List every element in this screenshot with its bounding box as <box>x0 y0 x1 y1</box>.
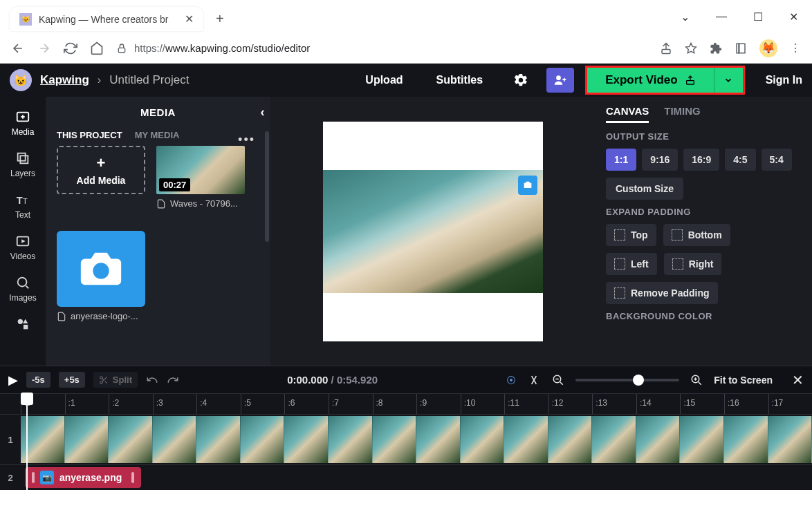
tool-elements[interactable] <box>0 310 46 339</box>
breadcrumb-separator: › <box>98 74 101 86</box>
home-icon[interactable] <box>90 41 104 55</box>
ruler-tick: :9 <box>416 394 461 414</box>
ruler-tick: :11 <box>504 394 548 414</box>
clip-handle-left[interactable] <box>32 472 35 483</box>
back-icon[interactable] <box>11 41 25 55</box>
tool-videos[interactable]: Videos <box>0 227 46 268</box>
image-clip[interactable]: 📷 anyerase.png <box>25 467 141 488</box>
window-minimize-icon[interactable]: — <box>716 10 727 23</box>
ratio-5-4[interactable]: 5:4 <box>762 149 792 171</box>
canvas-watermark-icon[interactable] <box>518 176 537 195</box>
share-icon[interactable] <box>660 42 672 55</box>
image-clip-label: anyerase.png <box>59 472 122 483</box>
new-tab-button[interactable]: + <box>209 7 231 31</box>
remove-padding-button[interactable]: Remove Padding <box>606 282 718 304</box>
pad-right-button[interactable]: Right <box>664 253 722 275</box>
ratio-16-9[interactable]: 16:9 <box>683 149 719 171</box>
custom-size-button[interactable]: Custom Size <box>606 178 683 200</box>
close-timeline-icon[interactable]: ✕ <box>792 372 804 388</box>
tool-media[interactable]: Media <box>0 102 46 144</box>
canvas-video-layer[interactable] <box>323 170 543 293</box>
clip-handle-right[interactable] <box>131 472 134 483</box>
add-media-button[interactable]: + Add Media <box>57 146 145 194</box>
zoom-in-icon[interactable] <box>690 374 703 386</box>
media-tab-this-project[interactable]: THIS PROJECT <box>57 130 122 140</box>
profile-extension-icon[interactable]: 🦊 <box>759 39 777 57</box>
subtitles-button[interactable]: Subtitles <box>424 74 496 86</box>
track-2-content[interactable]: 📷 anyerase.png <box>21 465 812 490</box>
rewind-5s-button[interactable]: -5s <box>26 372 50 388</box>
media-clip-logo[interactable]: anyerase-logo-... <box>57 220 145 321</box>
pad-bottom-button[interactable]: Bottom <box>663 224 730 246</box>
canvas-frame[interactable] <box>323 122 543 341</box>
invite-button[interactable] <box>546 68 574 93</box>
pad-left-button[interactable]: Left <box>606 253 657 275</box>
ratio-4-5[interactable]: 4:5 <box>725 149 755 171</box>
sign-in-link[interactable]: Sign In <box>766 74 802 86</box>
file-icon <box>57 312 66 321</box>
fit-to-screen-button[interactable]: Fit to Screen <box>714 375 773 386</box>
window-close-icon[interactable]: ✕ <box>789 10 798 23</box>
props-tab-canvas[interactable]: CANVAS <box>606 105 649 123</box>
scissors-icon <box>99 375 109 385</box>
props-tab-timing[interactable]: TIMING <box>664 105 701 123</box>
media-more-icon[interactable]: ••• <box>238 133 255 147</box>
clip-frame <box>65 416 109 463</box>
zoom-out-icon[interactable] <box>552 374 564 386</box>
tool-layers[interactable]: Layers <box>0 144 46 185</box>
pad-icon <box>672 258 683 270</box>
zoom-slider-thumb[interactable] <box>633 375 644 386</box>
settings-gear-icon[interactable] <box>504 73 538 88</box>
media-tab-my-media[interactable]: MY MEDIA <box>135 130 180 140</box>
export-video-button[interactable]: Export Video <box>587 68 714 93</box>
clip-frame <box>416 416 461 463</box>
media-clip-waves[interactable]: 00:27 Waves - 70796... <box>156 146 245 209</box>
trim-icon[interactable] <box>527 373 541 387</box>
logo-name: anyerase-logo-... <box>71 311 138 321</box>
export-wrap: Export Video <box>585 66 745 95</box>
play-button[interactable]: ▶ <box>8 372 18 388</box>
favicon-icon: 🐱 <box>19 13 32 26</box>
media-scrollbar[interactable] <box>265 131 269 242</box>
redo-button[interactable] <box>167 374 179 386</box>
clip-frame <box>461 416 505 463</box>
window-menu-icon[interactable]: ⌄ <box>681 10 690 23</box>
clip-frame <box>241 416 285 463</box>
export-dropdown-button[interactable] <box>714 68 743 93</box>
playhead[interactable] <box>21 393 33 405</box>
project-name[interactable]: Untitled Project <box>109 73 189 87</box>
snap-icon[interactable]: ⦿ <box>506 375 516 386</box>
tool-text[interactable]: TT Text <box>0 185 46 227</box>
tab-close-icon[interactable]: ✕ <box>185 12 194 26</box>
clip-frame <box>373 416 417 463</box>
forward-icon[interactable] <box>37 41 51 55</box>
zoom-slider[interactable] <box>575 379 679 381</box>
ratio-9-16[interactable]: 9:16 <box>642 149 678 171</box>
split-button[interactable]: Split <box>93 372 138 388</box>
upload-button[interactable]: Upload <box>353 74 415 86</box>
bookmark-star-icon[interactable] <box>685 42 697 55</box>
export-label: Export Video <box>605 73 678 87</box>
brand-link[interactable]: Kapwing <box>40 73 89 87</box>
track-1-content[interactable] <box>21 415 812 464</box>
clip-frame <box>196 416 241 463</box>
reload-icon[interactable] <box>64 41 77 55</box>
chevron-down-icon <box>723 75 733 85</box>
reading-list-icon[interactable] <box>735 42 747 55</box>
video-clip[interactable] <box>21 416 812 463</box>
ratio-1-1[interactable]: 1:1 <box>606 149 636 171</box>
menu-dots-icon[interactable]: ⋮ <box>790 41 801 55</box>
elements-icon <box>15 317 30 332</box>
timeline-ruler[interactable]: :0:1:2:3:4:5:6:7:8:9:10:11:12:13:14:15:1… <box>0 393 812 414</box>
ruler-tick: :2 <box>109 394 153 414</box>
tool-images[interactable]: Images <box>0 268 46 310</box>
pad-top-button[interactable]: Top <box>606 224 656 246</box>
forward-5s-button[interactable]: +5s <box>59 372 85 388</box>
kapwing-logo-icon[interactable]: 😺 <box>10 69 32 91</box>
undo-button[interactable] <box>146 374 158 386</box>
extensions-icon[interactable] <box>710 42 722 55</box>
collapse-panel-icon[interactable]: ‹ <box>261 105 266 120</box>
window-maximize-icon[interactable]: ☐ <box>753 10 763 23</box>
browser-tab[interactable]: 🐱 Kapwing — Where creators br ✕ <box>10 7 203 31</box>
url-field[interactable]: https://www.kapwing.com/studio/editor <box>116 42 647 54</box>
